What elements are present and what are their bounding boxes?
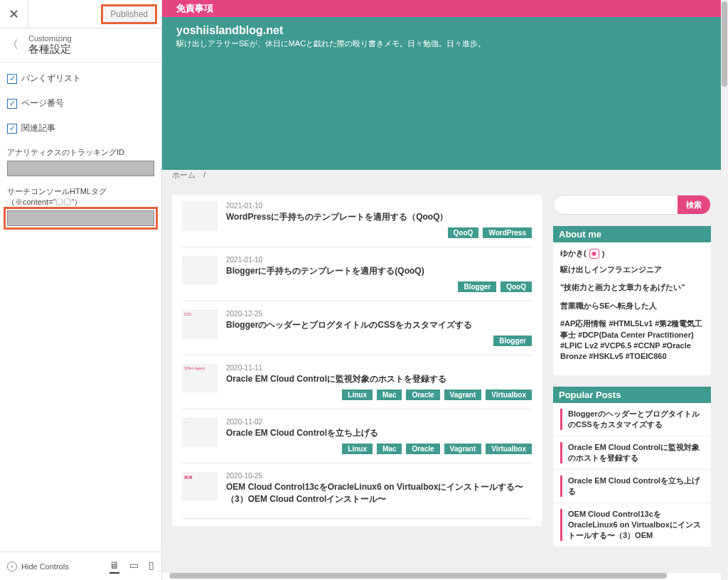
customizer-footer: ‹ Hide Controls 🖥 ▭ ▯: [0, 552, 161, 580]
post-item[interactable]: 2021-01-10Bloggerに手持ちのテンプレートを適用する(QooQ)B…: [182, 247, 532, 301]
post-item[interactable]: SSH Agent2020-11-11Oracle EM Cloud Contr…: [182, 355, 532, 409]
hide-controls-button[interactable]: ‹ Hide Controls: [7, 562, 69, 571]
post-thumbnail: ≡≡≡: [182, 310, 218, 338]
customizer-subtitle: Customizing: [28, 34, 72, 43]
close-icon[interactable]: ✕: [0, 0, 28, 28]
post-item[interactable]: ···2020-11-02Oracle EM Cloud Controlを立ち上…: [182, 409, 532, 463]
device-switcher: 🖥 ▭ ▯: [109, 559, 154, 574]
post-thumbnail: ···: [182, 418, 218, 446]
post-title[interactable]: WordPressに手持ちのテンプレートを適用する（QooQ）: [226, 211, 532, 223]
tag[interactable]: Blogger: [493, 335, 532, 346]
tablet-icon[interactable]: ▭: [129, 559, 139, 574]
post-date: 2020-10-25: [226, 472, 532, 480]
popular-title: Oracle EM Cloud Controlを立ち上げる: [568, 476, 704, 497]
popular-heading: Popular Posts: [553, 387, 711, 403]
post-thumbnail: [182, 202, 218, 230]
tag[interactable]: Vagrant: [444, 444, 482, 454]
popular-item[interactable]: BloggerのヘッダーとブログタイトルのCSSをカスタマイズする: [553, 403, 711, 436]
tag[interactable]: Virtualbox: [486, 390, 532, 400]
breadcrumb: ホーム /: [162, 170, 721, 185]
tag[interactable]: Oracle: [406, 444, 439, 454]
post-thumbnail: SSH Agent: [182, 364, 218, 392]
post-date: 2020-11-11: [226, 364, 532, 372]
popular-item[interactable]: Oracle EM Cloud Controlに監視対象のホストを登録する: [553, 436, 711, 470]
checkbox-label: パンくずリスト: [21, 72, 81, 85]
post-title[interactable]: Oracle EM Cloud Controlに監視対象のホストを登録する: [226, 373, 532, 385]
post-title[interactable]: OEM Cloud Control13cをOracleLinux6 on Vir…: [226, 481, 532, 505]
avatar-icon: ◉: [589, 249, 599, 259]
preview-scroll[interactable]: 免責事項 yoshiislandblog.net 駆け出しアラサーSEが、休日に…: [162, 0, 721, 573]
post-title[interactable]: Bloggerに手持ちのテンプレートを適用する(QooQ): [226, 265, 532, 277]
about-heading: About me: [553, 226, 711, 242]
about-line: #AP応用情報 #HTML5Lv1 #第2種電気工事士 #DCP(Data Ce…: [560, 318, 704, 362]
back-arrow-icon[interactable]: 〈: [7, 38, 24, 53]
tag[interactable]: Mac: [377, 444, 402, 454]
main-column: 2021-01-10WordPressに手持ちのテンプレートを適用する（QooQ…: [172, 195, 542, 526]
tag[interactable]: Virtualbox: [486, 444, 532, 454]
hero: yoshiislandblog.net 駆け出しアラサーSEが、休日にMACと戯…: [162, 17, 721, 170]
analytics-input[interactable]: [7, 161, 154, 176]
about-line: 駆け出しインフラエンジニア: [560, 264, 704, 275]
search-console-input[interactable]: [7, 210, 154, 226]
post-tags: Blogger: [226, 335, 532, 346]
topbar-link[interactable]: 免責事項: [176, 2, 213, 15]
analytics-label: アナリティクスのトラッキングID: [7, 147, 154, 158]
about-line: "技術力と画力と文章力をあげたい": [560, 282, 704, 293]
tag[interactable]: QooQ: [500, 281, 532, 292]
customizer-header: 〈 Customizing 各種設定: [0, 28, 161, 63]
search-input[interactable]: [554, 200, 678, 209]
scrollbar-thumb[interactable]: [722, 1, 727, 87]
desktop-icon[interactable]: 🖥: [109, 559, 119, 574]
about-name: ゆかき(◉): [560, 248, 704, 259]
post-item[interactable]: 2021-01-10WordPressに手持ちのテンプレートを適用する（QooQ…: [182, 202, 532, 247]
site-topbar: 免責事項: [162, 0, 721, 17]
checkbox-related-posts[interactable]: ✓ 関連記事: [7, 122, 154, 134]
site-title[interactable]: yoshiislandblog.net: [176, 24, 707, 37]
post-thumbnail: [182, 256, 218, 284]
publish-button[interactable]: Published: [101, 4, 157, 24]
accent-bar: [560, 476, 562, 497]
search-console-highlight: [4, 207, 158, 230]
post-title[interactable]: Oracle EM Cloud Controlを立ち上げる: [226, 427, 532, 439]
popular-item[interactable]: Oracle EM Cloud Controlを立ち上げる: [553, 470, 711, 503]
tag[interactable]: WordPress: [483, 227, 532, 238]
post-item[interactable]: ≡≡≡2020-12-25BloggerのヘッダーとブログタイトルのCSSをカス…: [182, 301, 532, 355]
about-widget: About me ゆかき(◉) 駆け出しインフラエンジニア "技術力と画力と文章…: [553, 226, 711, 375]
tag[interactable]: Oracle: [406, 390, 439, 400]
post-title[interactable]: BloggerのヘッダーとブログタイトルのCSSをカスタマイズする: [226, 319, 532, 331]
mobile-icon[interactable]: ▯: [149, 559, 154, 574]
post-tags: BloggerQooQ: [226, 281, 532, 292]
post-date: 2020-11-02: [226, 418, 532, 426]
vertical-scrollbar[interactable]: [721, 0, 728, 580]
customizer-topbar: ✕ Published: [0, 0, 161, 28]
customizer-panel: ✕ Published 〈 Customizing 各種設定 ✓ パンくずリスト…: [0, 0, 162, 580]
customizer-title: 各種設定: [28, 43, 72, 56]
tag[interactable]: Linux: [342, 444, 373, 454]
tag[interactable]: Vagrant: [444, 390, 482, 400]
tag[interactable]: Mac: [377, 390, 402, 400]
checkbox-icon: ✓: [7, 124, 17, 134]
post-tags: LinuxMacOracleVagrantVirtualbox: [226, 390, 532, 400]
checkbox-breadcrumb[interactable]: ✓ パンくずリスト: [7, 72, 154, 85]
accent-bar: [560, 409, 562, 430]
tag[interactable]: Blogger: [458, 281, 496, 292]
checkbox-icon: ✓: [7, 99, 17, 109]
collapse-icon: ‹: [7, 562, 17, 571]
post-tags: QooQWordPress: [226, 227, 532, 238]
post-date: 2021-01-10: [226, 256, 532, 264]
horizontal-scrollbar[interactable]: [162, 573, 721, 579]
tag[interactable]: Linux: [342, 390, 373, 400]
search-console-label: サーチコンソールHTMLタグ（※content="〇〇"）: [7, 186, 154, 208]
post-thumbnail: ▦▦: [182, 472, 218, 500]
accent-bar: [560, 442, 562, 463]
popular-item[interactable]: OEM Cloud Control13cをOracleLinux6 on Vir…: [553, 503, 711, 547]
tag[interactable]: QooQ: [448, 227, 479, 238]
popular-widget: Popular Posts BloggerのヘッダーとブログタイトルのCSSをカ…: [553, 387, 711, 547]
search-button[interactable]: 検索: [678, 195, 710, 214]
post-item[interactable]: ▦▦2020-10-25OEM Cloud Control13cをOracleL…: [182, 463, 532, 519]
site-description: 駆け出しアラサーSEが、休日にMACと戯れた際の殴り書きメモ。日々勉強。日々進歩…: [176, 38, 707, 49]
popular-title: BloggerのヘッダーとブログタイトルのCSSをカスタマイズする: [568, 409, 704, 430]
checkbox-page-number[interactable]: ✓ ページ番号: [7, 97, 154, 109]
scrollbar-thumb[interactable]: [169, 573, 667, 579]
hide-controls-label: Hide Controls: [21, 562, 69, 571]
